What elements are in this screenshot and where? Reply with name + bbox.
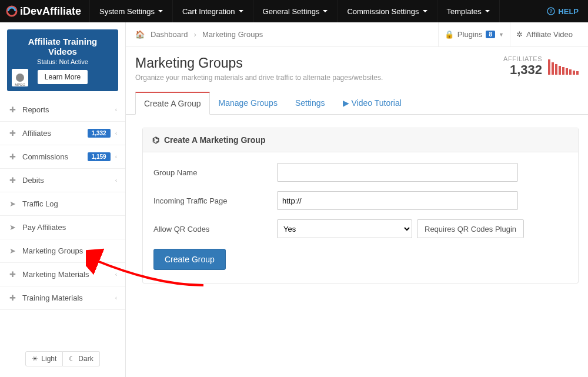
chevron-left-icon: ‹ xyxy=(115,177,117,184)
form-row-incoming-page: Incoming Traffic Page xyxy=(153,191,567,210)
plus-icon: ✚ xyxy=(8,293,16,302)
tab-manage-groups[interactable]: Manage Groups xyxy=(210,92,286,115)
breadcrumb-bar: 🏠 Dashboard › Marketing Groups 🔒 Plugins… xyxy=(126,22,588,47)
sparkline-chart xyxy=(548,58,579,75)
affiliate-video-button[interactable]: ✲ Affiliate Video xyxy=(510,22,579,46)
lock-icon: 🔒 xyxy=(445,30,454,39)
plugins-button[interactable]: 🔒 Plugins 8 ▼ xyxy=(438,22,510,46)
arrow-right-icon: ➤ xyxy=(8,199,16,208)
sidebar-item-commissions[interactable]: ✚ Commissions 1,159 ‹ xyxy=(0,145,125,169)
sun-icon: ☀ xyxy=(32,355,38,363)
create-group-button[interactable]: Create Group xyxy=(153,249,226,270)
home-icon[interactable]: 🏠 xyxy=(135,30,145,39)
sidebar-item-training-materials[interactable]: ✚ Training Materials ‹ xyxy=(0,286,125,310)
plugins-count-badge: 8 xyxy=(486,31,495,38)
theme-toggle: ☀Light ☾Dark xyxy=(0,341,125,377)
learn-more-button[interactable]: Learn More xyxy=(38,70,88,84)
panel-heading: ⌬ Create A Marketing Group xyxy=(143,128,578,152)
brand-logo[interactable]: iDevAffiliate xyxy=(0,5,89,18)
sidebar-item-marketing-materials[interactable]: ✚ Marketing Materials ‹ xyxy=(0,263,125,286)
chevron-left-icon: ‹ xyxy=(115,154,117,160)
theme-dark-button[interactable]: ☾Dark xyxy=(63,351,99,366)
moon-icon: ☾ xyxy=(69,355,75,363)
chevron-left-icon: ‹ xyxy=(115,295,117,301)
main-content: 🏠 Dashboard › Marketing Groups 🔒 Plugins… xyxy=(126,22,588,377)
arrow-right-icon: ➤ xyxy=(8,246,16,255)
group-name-label: Group Name xyxy=(153,168,277,177)
sitemap-icon: ⌬ xyxy=(152,135,159,145)
form-row-qr-codes: Allow QR Codes Yes Requires QR Codes Plu… xyxy=(153,219,567,238)
breadcrumb-separator: › xyxy=(194,30,196,39)
caret-down-icon xyxy=(239,10,243,12)
sidebar-item-pay-affiliates[interactable]: ➤ Pay Affiliates xyxy=(0,216,125,239)
commissions-badge: 1,159 xyxy=(88,152,111,161)
plus-icon: ✚ xyxy=(8,270,16,279)
create-group-panel: ⌬ Create A Marketing Group Group Name In… xyxy=(142,128,579,283)
page-title: Marketing Groups xyxy=(135,55,503,71)
mpeg-icon: MPEG xyxy=(12,69,28,86)
group-name-input[interactable] xyxy=(277,163,518,182)
page-header: Marketing Groups Organize your marketing… xyxy=(126,47,588,88)
caret-down-icon xyxy=(323,10,328,12)
plus-icon: ✚ xyxy=(8,152,16,161)
caret-down-icon xyxy=(158,10,163,12)
top-navigation: iDevAffiliate System Settings Cart Integ… xyxy=(0,0,588,22)
sidebar-item-reports[interactable]: ✚ Reports ‹ xyxy=(0,98,125,122)
arrow-right-icon: ➤ xyxy=(8,223,16,232)
promo-title: Affiliate Training Videos xyxy=(13,36,112,56)
gear-icon: ✲ xyxy=(516,30,523,39)
breadcrumb-home[interactable]: Dashboard xyxy=(151,30,188,39)
plus-icon: ✚ xyxy=(8,176,16,185)
incoming-page-label: Incoming Traffic Page xyxy=(153,196,277,205)
play-icon: ▶ xyxy=(343,98,349,108)
qr-codes-select[interactable]: Yes xyxy=(277,219,412,238)
topnav-general-settings[interactable]: General Settings xyxy=(253,0,338,22)
chevron-down-icon: ▼ xyxy=(499,32,504,38)
topnav-commission-settings[interactable]: Commission Settings xyxy=(338,0,437,22)
form-row-group-name: Group Name xyxy=(153,163,567,182)
tab-settings[interactable]: Settings xyxy=(286,92,334,115)
qr-plugin-required-button[interactable]: Requires QR Codes Plugin xyxy=(417,219,524,238)
sidebar-item-traffic-log[interactable]: ➤ Traffic Log xyxy=(0,192,125,216)
tab-video-tutorial[interactable]: ▶Video Tutorial xyxy=(334,92,410,115)
brand-name: iDevAffiliate xyxy=(20,5,81,18)
caret-down-icon xyxy=(423,10,427,12)
promo-status: Status: Not Active xyxy=(13,58,112,65)
qr-codes-label: Allow QR Codes xyxy=(153,225,277,233)
caret-down-icon xyxy=(485,10,490,12)
sidebar-item-affiliates[interactable]: ✚ Affiliates 1,332 ‹ xyxy=(0,122,125,145)
tabs: Create A Group Manage Groups Settings ▶V… xyxy=(126,91,588,115)
topnav-system-settings[interactable]: System Settings xyxy=(89,0,173,22)
theme-light-button[interactable]: ☀Light xyxy=(25,351,63,366)
sidebar: MPEG Affiliate Training Videos Status: N… xyxy=(0,22,126,377)
help-icon: ? xyxy=(547,7,555,15)
sidebar-item-debits[interactable]: ✚ Debits ‹ xyxy=(0,169,125,192)
logo-icon xyxy=(6,5,18,17)
affiliates-badge: 1,332 xyxy=(88,129,111,138)
page-subtitle: Organize your marketing materials and dr… xyxy=(135,74,503,82)
affiliates-stat: AFFILIATES 1,332 xyxy=(503,55,542,78)
incoming-page-input[interactable] xyxy=(277,191,518,210)
topnav-cart-integration[interactable]: Cart Integration xyxy=(173,0,253,22)
sidebar-item-marketing-groups[interactable]: ➤ Marketing Groups xyxy=(0,239,125,263)
sidebar-nav: ✚ Reports ‹ ✚ Affiliates 1,332 ‹ ✚ Commi… xyxy=(0,98,125,310)
chevron-left-icon: ‹ xyxy=(115,271,117,278)
topnav-templates[interactable]: Templates xyxy=(437,0,500,22)
help-link[interactable]: ? HELP xyxy=(537,7,588,16)
breadcrumb-current: Marketing Groups xyxy=(202,30,263,39)
topnav-menu: System Settings Cart Integration General… xyxy=(89,0,500,22)
tab-create-group[interactable]: Create A Group xyxy=(135,92,210,115)
chevron-left-icon: ‹ xyxy=(115,106,117,113)
svg-text:?: ? xyxy=(550,8,553,14)
plus-icon: ✚ xyxy=(8,105,16,114)
chevron-left-icon: ‹ xyxy=(115,130,117,136)
plus-icon: ✚ xyxy=(8,129,16,138)
promo-card: MPEG Affiliate Training Videos Status: N… xyxy=(7,29,118,91)
